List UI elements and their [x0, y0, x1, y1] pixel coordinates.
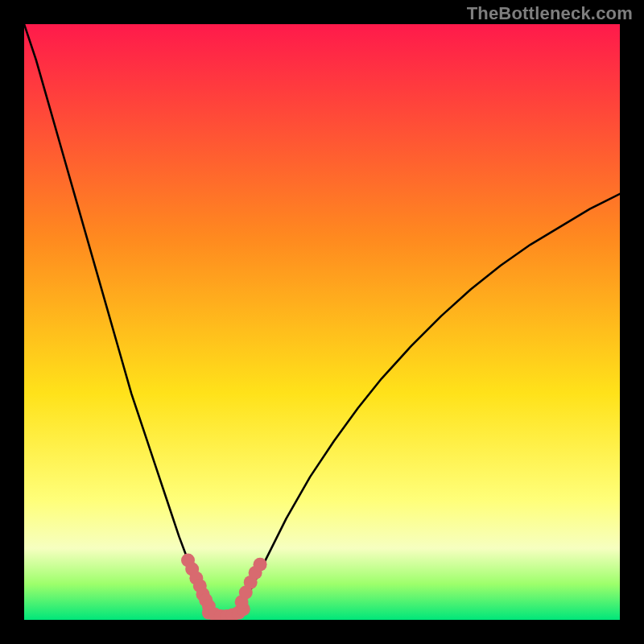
chart-frame: TheBottleneck.com — [0, 0, 644, 644]
watermark-text: TheBottleneck.com — [467, 3, 633, 24]
plot-area — [24, 24, 620, 620]
gradient-background — [24, 24, 620, 620]
bottleneck-chart-svg — [24, 24, 620, 620]
marker-dot — [254, 558, 267, 572]
